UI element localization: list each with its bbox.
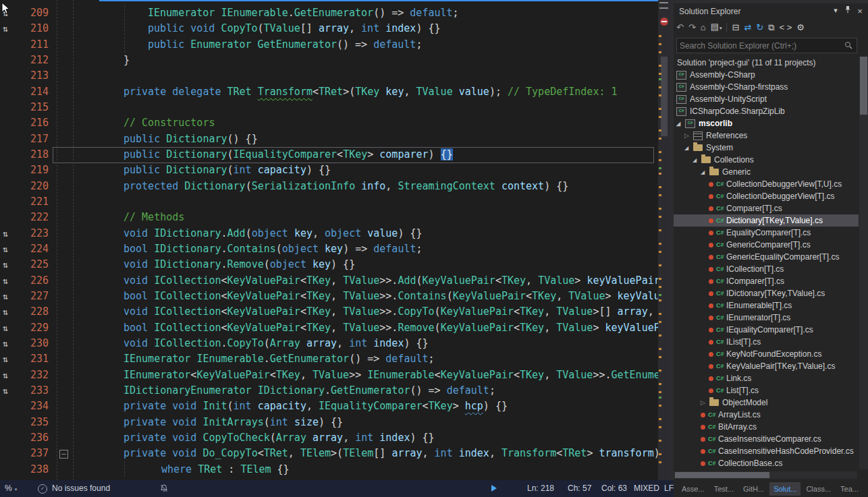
zoom-select[interactable]: %▾ [5,484,17,493]
override-indicator-icon[interactable]: ⇅ [3,289,8,304]
refresh-icon[interactable]: ↻ [756,22,763,34]
tree-item[interactable]: C#CollectionDebuggerView[T].cs [674,190,859,202]
tree-item[interactable]: C#List[T].cs [674,384,859,397]
code-line[interactable]: 234private void Init(int capacity, IEqua… [0,399,658,414]
tree-hscroll-thumb[interactable] [675,472,769,478]
code-line[interactable]: ⇅231IEnumerator IEnumerable.GetEnumerato… [0,351,658,367]
issues-status-icon[interactable]: ✓ [38,484,47,494]
tree-item[interactable]: C#IEqualityComparer[T].cs [674,324,859,336]
panel-tab[interactable]: Class... [802,482,835,496]
show-all-files-icon[interactable]: ⧉ [768,22,774,34]
home-icon[interactable]: ⌂ [701,22,706,34]
tree-arrow-icon[interactable]: ◢ [676,121,685,127]
tree-item[interactable]: C#CaseInsensitiveComparer.cs [674,433,859,445]
panel-tab[interactable]: Test... [710,482,738,496]
code-line[interactable]: ⇅233IDictionaryEnumerator IDictionary.Ge… [0,383,658,399]
nav-forward-icon[interactable]: ↷ [688,22,696,34]
override-indicator-icon[interactable]: ⇅ [3,351,8,367]
status-line-ending[interactable]: LF [664,484,674,493]
tree-item[interactable]: C#Assembly-UnityScript [674,93,859,105]
view-code-icon[interactable]: < > [780,22,792,34]
code-line[interactable]: ⇅226void ICollection<KeyValuePair<TKey, … [0,273,658,289]
tree-item[interactable]: C#IComparer[T].cs [674,275,859,287]
tree-item[interactable]: C#ArrayList.cs [674,409,859,421]
code-line[interactable]: 215 [0,100,658,115]
editor-scrollbar[interactable] [658,0,670,480]
tree-item[interactable]: C#BitArray.cs [674,421,859,433]
search-icon[interactable] [844,40,852,52]
override-indicator-icon[interactable]: ⇅ [3,241,8,257]
tree-arrow-icon[interactable]: ▷ [684,132,693,139]
code-line[interactable]: ⇅230void ICollection.CopyTo(Array array,… [0,336,658,351]
tree-item[interactable]: C#IDictionary[TKey,TValue].cs [674,287,859,299]
tree-item[interactable]: C#CollectionBase.cs [674,457,859,469]
tree-item[interactable]: C#CollectionDebuggerView[T,U].cs [674,178,859,190]
tree-item[interactable]: C#ICSharpCode.SharpZipLib [674,105,859,117]
status-column[interactable]: Col: 63 [601,484,627,493]
tree-item[interactable]: C#ICollection[T].cs [674,263,859,275]
code-line[interactable]: 211public Enumerator GetEnumerator() => … [0,37,658,53]
code-line[interactable]: ⇅232IEnumerator<KeyValuePair<TKey, TValu… [0,368,658,383]
collapse-all-icon[interactable]: ⊟ [732,22,739,34]
code-line[interactable]: 212} [0,53,658,68]
override-indicator-icon[interactable]: ⇅ [3,273,8,289]
panel-tab[interactable]: Tea... [836,482,863,496]
tree-arrow-icon[interactable]: ◢ [701,169,709,175]
tree-vscroll-thumb[interactable] [860,57,867,115]
override-indicator-icon[interactable]: ⇅ [3,257,8,272]
tree-item[interactable]: ◢C#mscorlib [674,117,859,129]
tree-item[interactable]: ◢Collections [674,154,859,166]
tree-item[interactable]: C#KeyValuePair[TKey,TValue].cs [674,360,859,372]
code-line[interactable]: 235private void InitArrays(int size) {} [0,415,658,430]
panel-tab[interactable]: Solut... [769,482,801,496]
code-line[interactable]: ⇅229bool ICollection<KeyValuePair<TKey, … [0,320,658,336]
issues-status-text[interactable]: No issues found [52,484,110,493]
code-line[interactable]: ⇅209IEnumerator IEnumerable.GetEnumerato… [0,5,658,21]
code-line[interactable]: 238where TRet : TElem {} [0,462,658,477]
override-indicator-icon[interactable]: ⇅ [3,383,8,399]
tree-item[interactable]: ▷ObjectModel [674,397,859,409]
code-line[interactable]: ⇅223void IDictionary.Add(object key, obj… [0,226,658,241]
code-editor[interactable]: ⇅209IEnumerator IEnumerable.GetEnumerato… [0,0,658,480]
code-line[interactable]: 218public Dictionary(IEqualityComparer<T… [0,147,658,163]
code-line[interactable]: 219public Dictionary(int capacity) {} [0,163,658,178]
notifications-muted-icon[interactable] [160,484,168,495]
tree-item[interactable]: C#Assembly-CSharp-firstpass [674,81,859,93]
search-input[interactable] [677,41,844,51]
tree-arrow-icon[interactable]: ◢ [693,157,701,163]
code-line[interactable]: 216// Constructors [0,115,658,131]
code-line[interactable]: 214private delegate TRet Transform<TRet>… [0,84,658,100]
run-indicator-icon[interactable] [491,485,497,492]
tree-item[interactable]: C#EqualityComparer[T].cs [674,227,859,239]
tree-arrow-icon[interactable]: ◢ [684,145,693,151]
override-indicator-icon[interactable]: ⇅ [3,320,8,336]
tree-item[interactable]: C#Dictionary[TKey,TValue].cs [674,214,859,227]
code-line[interactable]: 222// Methods [0,210,658,225]
tree-item[interactable]: ◢System [674,142,859,154]
code-line[interactable]: 236private void CopyToCheck(Array array,… [0,430,658,446]
split-editor-handle[interactable] [659,2,668,9]
code-line[interactable]: 237private void Do_CopyTo<TRet, TElem>(T… [0,446,658,461]
pin-icon[interactable] [842,5,853,16]
editor-scrollbar-thumb[interactable] [661,57,668,136]
code-line[interactable]: ⇅210public void CopyTo(TValue[] array, i… [0,21,658,36]
override-indicator-icon[interactable]: ⇅ [3,21,8,36]
tree-item[interactable]: C#Link.cs [674,372,859,384]
tree-item[interactable]: C#GenericComparer[T].cs [674,239,859,251]
tree-item[interactable]: C#KeyNotFoundException.cs [674,348,859,360]
code-line[interactable]: 217public Dictionary() {} [0,131,658,147]
tree-horizontal-scrollbar[interactable] [674,471,857,479]
panel-tab[interactable]: GitH... [739,482,768,496]
override-indicator-icon[interactable]: ⇅ [3,368,8,383]
status-encoding[interactable]: MIXED [634,484,659,493]
code-line[interactable]: 220protected Dictionary(SerializationInf… [0,179,658,194]
tree-arrow-icon[interactable]: ▷ [701,399,709,406]
nav-back-icon[interactable]: ↶ [676,22,684,34]
tree-item[interactable]: C#GenericEqualityComparer[T].cs [674,251,859,263]
code-line[interactable]: ⇅224bool IDictionary.Contains(object key… [0,241,658,257]
tree-item[interactable]: C#Comparer[T].cs [674,202,859,214]
tree-item[interactable]: ◢Generic [674,166,859,178]
status-character[interactable]: Ch: 57 [568,484,591,493]
tree-item[interactable]: ▷References [674,129,859,142]
window-position-icon[interactable]: ▾ [830,6,841,15]
